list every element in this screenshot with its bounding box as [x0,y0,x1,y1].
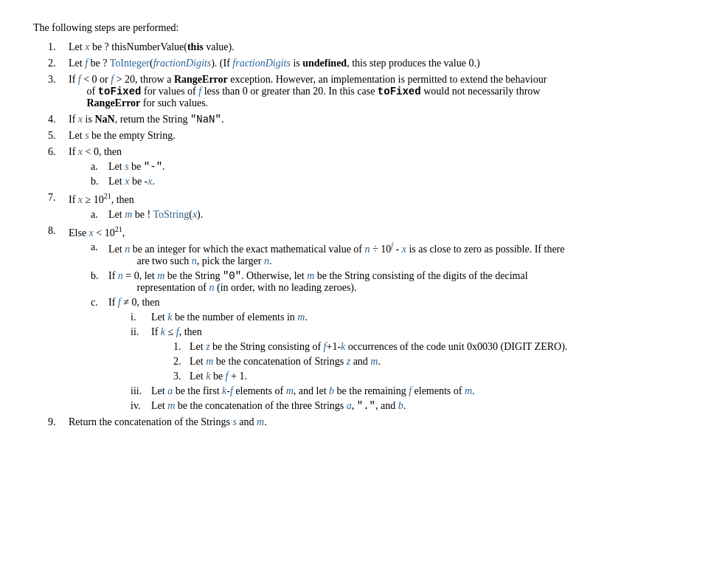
step-8c-sub: Let k be the number of elements in m. If… [108,312,695,412]
var-k: k [167,312,172,323]
var-m8: m [465,385,472,396]
var-n5: n [118,270,123,281]
var-n3: n [192,255,197,266]
rangeerror-1: RangeError [174,74,228,85]
step-6: If x < 0, then Let s be "-". Let x be -x… [48,146,695,187]
var-s2: s [125,161,128,172]
string-minus: "-" [144,161,162,173]
var-f9: f [409,385,412,396]
var-n4: n [264,255,269,266]
var-f1: f [78,74,81,85]
tofixed-2: toFixed [378,86,421,97]
var-f7: f [226,371,229,382]
link-tostring[interactable]: ToString [153,209,189,220]
var-x6: x [78,194,83,205]
step-8c-ii-2: Let m be the concatenation of Strings z … [173,356,695,368]
var-n: n [125,244,130,255]
var-b: b [329,385,334,396]
var-x: x [85,41,89,52]
var-k5: k [222,385,226,396]
var-x8: x [89,227,94,238]
step-8c-ii: If k ≤ f, then Let z be the String consi… [131,326,695,382]
var-m4: m [297,312,305,323]
var-x3: x [78,146,83,157]
step-6b: Let x be -x. [91,176,695,187]
var-x9: x [402,244,406,255]
var-k3: k [341,341,345,352]
step-8a: Let n be an integer for which the exact … [91,241,695,267]
rangeerror-2: RangeError [87,97,141,109]
intro-text: The following steps are performed: [33,22,695,34]
var-k4: k [206,371,210,382]
step-8: Else x < 1021, Let n be an integer for w… [48,225,695,412]
step-4: If x is NaN, return the String "NaN". [48,114,695,125]
var-f3: f [198,86,201,97]
step-9: Return the concatenation of the Strings … [48,416,695,428]
string-nan: "NaN" [190,114,221,125]
main-content: The following steps are performed: Let x… [22,15,706,440]
step-8c: If f ≠ 0, then Let k be the number of el… [91,297,695,412]
var-m6: m [370,356,378,367]
step-8c-iv: Let m be the concatenation of the three … [131,400,695,412]
var-s3: s [232,416,236,427]
tofixed-1: toFixed [98,86,142,97]
var-f6: f [324,341,327,352]
var-f2: f [111,74,114,85]
step-8c-ii-3: Let k be f + 1. [173,371,695,382]
var-z2: z [347,356,350,367]
string-zero: "0" [223,270,241,282]
var-m5: m [206,356,213,367]
var-a: a [167,385,173,396]
var-z: z [206,341,209,352]
string-dot: "." [357,400,375,412]
var-m3: m [307,270,314,281]
var-m9: m [167,400,175,411]
var-k2: k [161,326,165,337]
step-1: Let x be ? thisNumberValue(this value). [48,41,695,53]
var-f: f [85,58,88,69]
var-m7: m [286,385,294,396]
var-n6: n [209,282,214,293]
step-6-sub: Let s be "-". Let x be -x. [69,161,695,187]
step-7: If x ≥ 1021, then Let m be ! ToString(x)… [48,192,695,221]
keyword-nan: NaN [94,114,114,125]
step-8b: If n = 0, let m be the String "0". Other… [91,270,695,294]
step-8c-ii-1: Let z be the String consisting of f+1-k … [173,341,695,353]
step-3: If f < 0 or f > 20, throw a RangeError e… [48,74,695,109]
var-f8: f [230,385,233,396]
var-x2: x [78,114,83,125]
ref-fractiondigits: fractionDigits [232,58,291,69]
var-f4: f [118,297,121,308]
step-5: Let s be the empty String. [48,130,695,142]
step-8-sub: Let n be an integer for which the exact … [69,241,695,412]
var-m2: m [157,270,164,281]
var-m: m [125,209,132,220]
link-fractiondigits[interactable]: fractionDigits [153,58,212,69]
step-6a: Let s be "-". [91,161,695,173]
var-s: s [85,130,89,141]
step-8c-ii-sub: Let z be the String consisting of f+1-k … [151,341,695,382]
var-f5: f [176,326,179,337]
keyword-undefined: undefined [302,58,347,69]
link-tointeger[interactable]: ToInteger [110,58,150,69]
var-x4: x [125,176,129,187]
step-2: Let f be ? ToInteger(fractionDigits). (I… [48,58,695,69]
var-b2: b [398,400,403,411]
step-8c-iii: Let a be the first k-f elements of m, an… [131,385,695,397]
step-7-sub: Let m be ! ToString(x). [69,209,695,221]
main-steps-list: Let x be ? thisNumberValue(this value). … [33,41,695,428]
step-7a: Let m be ! ToString(x). [91,209,695,221]
step-8c-i: Let k be the number of elements in m. [131,312,695,323]
var-n2: n [365,244,370,255]
var-x7: x [193,209,197,220]
keyword-this: this [187,41,204,52]
var-a2: a [347,400,352,411]
var-m10: m [257,416,264,427]
var-x5: x [148,176,152,187]
